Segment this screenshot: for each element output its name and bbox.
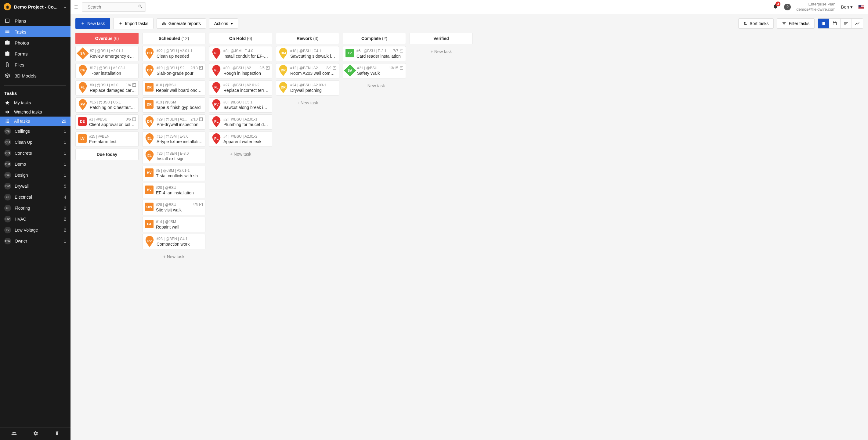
task-card[interactable]: DM#18 | @BSU | C4.1Sawcutting sidewalk i… <box>276 46 339 61</box>
task-card[interactable]: DR#10 | @BSURepair wall board once t... <box>142 80 206 95</box>
task-title: Review emergency egre... <box>90 54 136 59</box>
view-analytics-button[interactable] <box>852 19 863 28</box>
gear-icon[interactable] <box>33 431 38 437</box>
nav-files[interactable]: Files <box>0 59 70 70</box>
actions-button[interactable]: Actions ▾ <box>209 18 238 29</box>
column-header[interactable]: On Hold (6) <box>209 33 272 44</box>
view-kanban-button[interactable] <box>818 19 829 28</box>
column-header[interactable]: Overdue (6) <box>75 33 138 44</box>
category-count: 1 <box>64 151 66 156</box>
column-header[interactable]: Scheduled (12) <box>142 33 206 44</box>
task-card[interactable]: HV#20 | @BSUEF-4 fan installation <box>142 183 206 198</box>
view-gantt-button[interactable] <box>840 19 852 28</box>
category-ce[interactable]: CECeilings1 <box>0 126 70 137</box>
category-de[interactable]: DEDesign1 <box>0 170 70 181</box>
menu-icon[interactable]: ☰ <box>74 5 78 9</box>
column-header[interactable]: Complete (2) <box>343 33 406 44</box>
task-meta: #14 | @JSM <box>156 220 176 224</box>
column-header[interactable]: Rework (3) <box>276 33 339 44</box>
add-task-button[interactable]: + New task <box>343 80 406 91</box>
task-card[interactable]: CE#17 | @BSU | A2.03-1T-bar installation <box>75 63 138 78</box>
search-input[interactable] <box>82 2 146 11</box>
task-checklist-progress: 3/9 <box>326 66 336 70</box>
filter-all[interactable]: All tasks29 <box>0 117 70 126</box>
filter-count: 29 <box>61 119 66 124</box>
nav-photos[interactable]: Photos <box>0 37 70 48</box>
sort-tasks-button[interactable]: ⇅ Sort tasks <box>738 18 774 29</box>
task-marker: DE <box>78 117 87 126</box>
task-card[interactable]: EL#26 | @BEN | E-3.0Install exit sign <box>142 149 206 164</box>
category-lv[interactable]: LVLow Voltage2 <box>0 225 70 235</box>
task-card[interactable]: PL#2 | @BSU | A2.01-1Plumbing for faucet… <box>209 115 272 130</box>
nav-models[interactable]: 3D Models <box>0 70 70 81</box>
filter-my[interactable]: My tasks <box>0 98 70 107</box>
help-button[interactable]: ? <box>784 4 791 10</box>
nav-label: Photos <box>14 40 29 45</box>
nav-forms[interactable]: Forms <box>0 48 70 59</box>
task-card[interactable]: SA#21 | @BSU13/15 Safety Walk <box>343 63 406 78</box>
category-ow[interactable]: OWOwner1 <box>0 235 70 247</box>
nav-plans[interactable]: Plans <box>0 15 70 26</box>
task-marker: DR <box>145 83 154 92</box>
category-el[interactable]: ELElectrical4 <box>0 192 70 202</box>
task-card[interactable]: DR#13 | @JSMTape & finish gyp board <box>142 97 206 113</box>
task-card[interactable]: OW#28 | @BSU4/6 Site visit walk <box>142 200 206 215</box>
add-task-button[interactable]: + New task <box>142 251 206 262</box>
task-card[interactable]: CU#22 | @BSU | A2.01-1Clean up needed <box>142 46 206 61</box>
people-icon[interactable] <box>11 431 17 437</box>
task-card[interactable]: DR#12 | @BEN | A2...3/9 Room A203 wall c… <box>276 63 339 78</box>
task-card[interactable]: PL#4 | @BSU | A2.01-2Apparent water leak <box>209 131 272 147</box>
task-card[interactable]: FL#9 | @BSU | A2.0...1/4 Replace damaged… <box>75 80 138 95</box>
category-dr[interactable]: DRDrywall5 <box>0 181 70 192</box>
search-icon[interactable] <box>138 4 143 10</box>
task-card[interactable]: FL#27 | @BSU | A2.01-2Replace incorrect … <box>209 80 272 95</box>
task-card[interactable]: PA#14 | @JSMRepaint wall <box>142 217 206 232</box>
models-icon <box>4 73 10 79</box>
category-dm[interactable]: DMDemo1 <box>0 159 70 170</box>
task-card[interactable]: DE#1 | @BSU0/6 Client approval on color … <box>75 115 138 130</box>
project-switcher[interactable]: ◉ Demo Project - Co... ⌄ <box>0 0 70 13</box>
nav-label: 3D Models <box>14 73 37 78</box>
task-meta: #12 | @BEN | A2... <box>290 66 321 70</box>
add-task-button[interactable]: + New task <box>410 46 473 57</box>
locale-flag[interactable] <box>858 5 864 9</box>
user-name: Ben <box>841 4 849 9</box>
generate-reports-button[interactable]: 🖶 Generate reports <box>157 18 206 29</box>
new-task-button[interactable]: ＋ New task <box>75 18 110 29</box>
task-card[interactable]: PV#15 | @BSU | C5.1Patching on Chestnut … <box>75 97 138 113</box>
import-tasks-button[interactable]: ＋ Import tasks <box>113 18 154 29</box>
column-header[interactable]: Verified <box>410 33 473 44</box>
category-hv[interactable]: HVHVAC2 <box>0 214 70 225</box>
task-card[interactable]: LV#6 | @BSU | E-3.17/7 Card reader insta… <box>343 46 406 61</box>
task-card[interactable]: HV#5 | @JSM | A2.01-1T-stat conflicts wi… <box>142 166 206 181</box>
task-card[interactable]: EL#30 | @BSU | A2....2/5 Rough in inspec… <box>209 63 272 78</box>
filter-tasks-button[interactable]: Filter tasks <box>777 18 814 29</box>
nav-tasks[interactable]: Tasks <box>0 26 70 37</box>
task-marker: DR <box>145 100 154 108</box>
task-marker: PA <box>145 220 154 228</box>
add-task-button[interactable]: + New task <box>209 149 272 160</box>
task-card[interactable]: EL#16 | @JSM | E-3.0A-type fixture insta… <box>142 131 206 147</box>
task-card[interactable]: PV#8 | @BSU | C5.1Sawcut along break in … <box>209 97 272 113</box>
category-fl[interactable]: FLFlooring2 <box>0 202 70 214</box>
task-card[interactable]: SA#7 | @BSU | A2.01-1Review emergency eg… <box>75 46 138 61</box>
category-cu[interactable]: CUClean Up1 <box>0 137 70 148</box>
notifications-button[interactable]: 3 <box>772 3 779 10</box>
project-title: Demo Project - Co... <box>14 4 60 9</box>
trash-icon[interactable] <box>55 431 60 437</box>
task-card[interactable]: EL#3 | @JSM | E-4.0Install conduit for E… <box>209 46 272 61</box>
category-co[interactable]: COConcrete1 <box>0 148 70 159</box>
task-card[interactable]: DR#29 | @BEN | A2...2/10 Pre-drywall ins… <box>142 115 206 130</box>
view-calendar-button[interactable] <box>829 19 840 28</box>
task-meta: #4 | @BSU | A2.01-2 <box>223 134 257 138</box>
task-card[interactable]: DR#24 | @BSU | A2.03-1Drywall patching <box>276 80 339 95</box>
filter-watched[interactable]: Watched tasks <box>0 107 70 117</box>
plan-email: demos@fieldwire.com <box>796 7 835 12</box>
task-card[interactable]: CO#19 | @BSU | S2.0...2/13 Slab-on-grade… <box>142 63 206 78</box>
user-menu[interactable]: Ben ▾ <box>841 4 853 10</box>
add-task-button[interactable]: + New task <box>276 97 339 108</box>
category-count: 5 <box>64 184 66 189</box>
sort-icon: ⇅ <box>743 21 747 26</box>
task-card[interactable]: PV#23 | @BEN | C4.1Compaction work <box>142 234 206 249</box>
task-card[interactable]: LV#25 | @BENFire alarm test <box>75 131 138 147</box>
